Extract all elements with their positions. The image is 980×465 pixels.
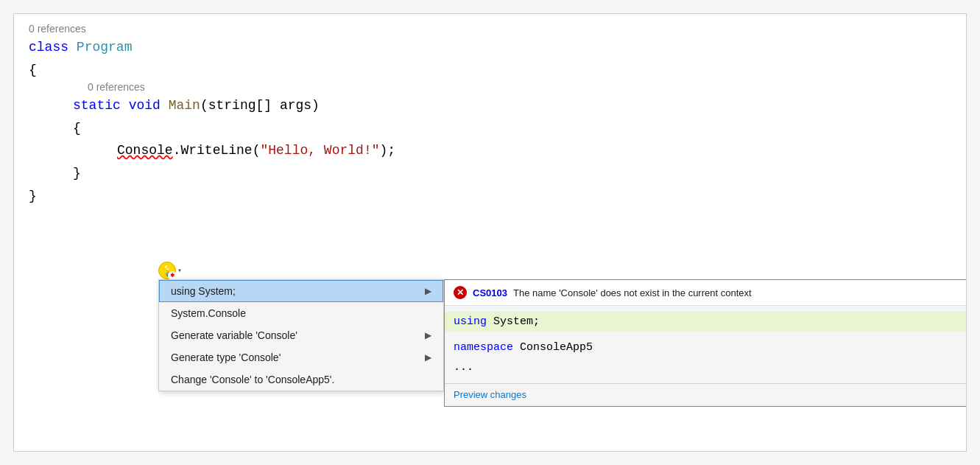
console-writeline-line: Console .WriteLine( "Hello, World!" ); <box>117 139 951 162</box>
brace-close-method: } <box>73 162 951 185</box>
brace-char: { <box>29 59 37 82</box>
brace-char-4: } <box>29 185 37 208</box>
dot-writeline: .WriteLine( <box>173 139 261 162</box>
error-icon: ✕ <box>454 286 467 299</box>
menu-item-label: System.Console <box>171 307 246 319</box>
console-token: Console <box>117 139 173 162</box>
preview-changes-link[interactable]: Preview changes <box>454 389 526 400</box>
lightbulb-icon[interactable]: 💡 <box>158 262 176 279</box>
ref-line-class: 0 references <box>29 23 951 35</box>
menu-item-label: Generate variable 'Console' <box>171 329 297 341</box>
menu-item-label: Change 'Console' to 'ConsoleApp5'. <box>171 374 334 385</box>
brace-open-method: { <box>73 117 951 140</box>
menu-item-label: using System; <box>171 285 236 297</box>
menu-item-arrow-0: ▶ <box>425 286 431 296</box>
method-name: Main <box>169 94 200 117</box>
preview-line-1: using System; <box>454 312 957 332</box>
keyword-void: void <box>129 94 161 117</box>
closing-paren-semi: ); <box>379 139 395 162</box>
brace-char-2: { <box>73 117 81 140</box>
preview-line-dots: ... <box>454 357 957 377</box>
ref-line-method: 0 references <box>88 81 951 93</box>
menu-item-label: Generate type 'Console' <box>171 352 281 363</box>
preview-line-namespace: namespace ConsoleApp5 <box>454 338 957 357</box>
brace-close-class: } <box>29 185 951 208</box>
namespace-name: ConsoleApp5 <box>520 341 593 354</box>
menu-item-system-console[interactable]: System.Console <box>159 302 443 324</box>
error-code: CS0103 <box>473 287 507 298</box>
method-params: (string[] args) <box>200 94 320 117</box>
keyword-class: class <box>29 36 68 59</box>
lightbulb-area[interactable]: 💡 ▾ <box>158 262 182 279</box>
method-signature-line: static void Main (string[] args) <box>73 94 951 117</box>
preview-panel: ✕ CS0103 The name 'Console' does not exi… <box>444 279 967 407</box>
menu-item-arrow-3: ▶ <box>425 352 431 363</box>
menu-item-arrow-2: ▶ <box>425 330 431 340</box>
keyword-static: static <box>73 94 121 117</box>
preview-footer: Preview changes <box>445 383 966 406</box>
highlighted-using-line: using System; <box>445 312 966 332</box>
preview-empty-line <box>454 332 957 338</box>
using-keyword: using <box>454 315 487 328</box>
namespace-keyword: namespace <box>454 341 513 354</box>
brace-char-3: } <box>73 162 81 185</box>
menu-item-change-console[interactable]: Change 'Console' to 'ConsoleApp5'. <box>159 368 443 391</box>
menu-item-generate-type[interactable]: Generate type 'Console' ▶ <box>159 346 443 368</box>
code-area: 0 references class Program { 0 reference… <box>14 14 966 216</box>
lightbulb-dropdown-arrow[interactable]: ▾ <box>177 266 182 275</box>
brace-open-class: { <box>29 59 951 82</box>
error-message: The name 'Console' does not exist in the… <box>513 287 752 298</box>
preview-code-area: using System; namespace ConsoleApp5 ... <box>445 306 966 383</box>
menu-item-generate-variable[interactable]: Generate variable 'Console' ▶ <box>159 324 443 346</box>
context-menu: using System; ▶ System.Console Generate … <box>158 279 444 391</box>
dots-text: ... <box>454 361 473 374</box>
system-text: System; <box>493 315 540 328</box>
preview-error-bar: ✕ CS0103 The name 'Console' does not exi… <box>445 280 966 306</box>
menu-item-using-system[interactable]: using System; ▶ <box>159 280 443 302</box>
editor-window: 0 references class Program { 0 reference… <box>13 13 967 452</box>
class-declaration-line: class Program <box>29 36 951 59</box>
string-literal: "Hello, World!" <box>260 139 379 162</box>
class-name: Program <box>77 36 133 59</box>
